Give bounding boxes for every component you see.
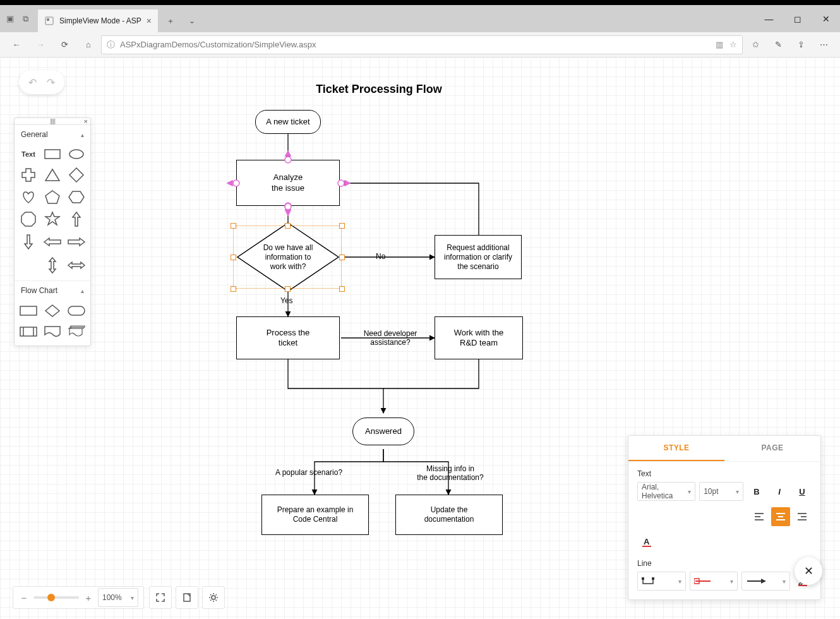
- shape-pentagon[interactable]: [44, 189, 61, 205]
- shape-cross[interactable]: [20, 167, 37, 183]
- tab-close-icon[interactable]: ×: [147, 16, 152, 26]
- svg-text:A: A: [644, 537, 650, 546]
- window-minimize-icon[interactable]: —: [755, 5, 783, 32]
- panel-close-icon[interactable]: ×: [84, 117, 88, 125]
- chevron-down-icon: ▾: [688, 488, 691, 495]
- redo-button[interactable]: ↷: [47, 76, 55, 88]
- selection-handle[interactable]: [231, 255, 236, 260]
- align-left-button[interactable]: [750, 507, 769, 526]
- shape-terminator[interactable]: [68, 305, 85, 316]
- nav-refresh-button[interactable]: ⟳: [53, 35, 76, 55]
- bold-button[interactable]: B: [747, 482, 766, 501]
- svg-rect-37: [642, 546, 651, 547]
- nav-back-button[interactable]: ←: [5, 35, 28, 55]
- fullscreen-button[interactable]: [149, 586, 172, 609]
- site-info-icon[interactable]: ⓘ: [107, 39, 115, 51]
- window-close-icon[interactable]: ✕: [812, 5, 840, 32]
- shape-heart[interactable]: [20, 189, 37, 205]
- shape-star[interactable]: [44, 211, 61, 227]
- shape-arrow-right[interactable]: [67, 237, 86, 247]
- more-button[interactable]: ⋯: [812, 35, 835, 55]
- accordion-general-label: General: [21, 130, 48, 139]
- shape-octagon[interactable]: [20, 211, 37, 227]
- node-request-info[interactable]: Request additional information or clarif…: [435, 235, 522, 279]
- shape-arrow-up[interactable]: [71, 211, 81, 227]
- zoom-slider[interactable]: [33, 596, 79, 599]
- favorites-button[interactable]: ✩: [744, 35, 767, 55]
- selection-handle[interactable]: [339, 286, 345, 292]
- sys-icon-1[interactable]: ▣: [5, 14, 15, 24]
- shape-rectangle[interactable]: [44, 148, 61, 160]
- shape-arrow-down[interactable]: [23, 234, 33, 250]
- undo-button[interactable]: ↶: [28, 76, 37, 88]
- shape-diamond[interactable]: [68, 167, 85, 183]
- node-update-doc[interactable]: Update the documentation: [395, 495, 503, 535]
- italic-button[interactable]: I: [770, 482, 789, 501]
- window-maximize-icon[interactable]: ◻: [783, 5, 812, 32]
- shapes-panel[interactable]: × General▴ Text: [14, 117, 91, 346]
- svg-rect-39: [652, 577, 654, 580]
- node-new-ticket[interactable]: A new ticket: [255, 110, 321, 134]
- node-process[interactable]: Process the ticket: [236, 316, 340, 359]
- font-color-button[interactable]: A: [637, 532, 656, 551]
- node-example[interactable]: Prepare an example in Code Central: [261, 495, 369, 535]
- arrow-type-select[interactable]: ▾: [741, 572, 790, 591]
- shape-text[interactable]: Text: [21, 150, 35, 158]
- accordion-flowchart[interactable]: Flow Chart▴: [15, 280, 90, 300]
- url-input[interactable]: ⓘ ASPxDiagramDemos/Customization/SimpleV…: [101, 35, 743, 54]
- svg-marker-17: [45, 191, 59, 203]
- new-tab-button[interactable]: +: [162, 12, 179, 30]
- share-button[interactable]: ⇪: [789, 35, 812, 55]
- nav-home-button[interactable]: ⌂: [77, 35, 100, 55]
- font-size-select[interactable]: 10pt▾: [699, 482, 743, 501]
- selection-handle[interactable]: [285, 223, 291, 229]
- line-style-select[interactable]: ▾: [690, 572, 738, 591]
- shape-arrow-hdouble[interactable]: [67, 260, 86, 270]
- font-family-select[interactable]: Arial, Helvetica▾: [637, 482, 695, 501]
- zoom-level-select[interactable]: 100%▾: [98, 588, 138, 607]
- shape-ellipse[interactable]: [68, 148, 85, 160]
- shape-predefined[interactable]: [20, 325, 37, 338]
- selection-handle[interactable]: [339, 223, 345, 229]
- zoom-in-button[interactable]: +: [83, 592, 94, 603]
- diagram-title: Ticket Processing Flow: [234, 83, 524, 96]
- shape-document[interactable]: [44, 325, 61, 339]
- selection-handle[interactable]: [231, 223, 236, 229]
- node-answered[interactable]: Answered: [352, 418, 414, 445]
- selection-handle[interactable]: [231, 286, 236, 292]
- export-button[interactable]: [176, 586, 198, 609]
- accordion-general[interactable]: General▴: [15, 124, 90, 144]
- tabs-menu-button[interactable]: ⌄: [183, 12, 201, 30]
- shape-arrow-left[interactable]: [43, 237, 62, 247]
- align-center-button[interactable]: [771, 507, 790, 526]
- selection-handle[interactable]: [285, 286, 291, 292]
- panel-grip[interactable]: ×: [15, 118, 90, 124]
- section-line-label: Line: [628, 551, 820, 572]
- shape-multidoc[interactable]: [67, 324, 86, 339]
- selection-handle[interactable]: [339, 255, 345, 260]
- shape-hexagon[interactable]: [68, 189, 85, 205]
- svg-point-14: [69, 150, 83, 159]
- page-favicon-icon: [44, 16, 54, 26]
- connector-type-select[interactable]: ▾: [637, 572, 686, 591]
- shape-decision[interactable]: [44, 304, 61, 318]
- browser-tab[interactable]: SimpleView Mode - ASP ×: [38, 9, 158, 32]
- node-analyze[interactable]: Analyze the issue: [236, 160, 340, 206]
- sys-icon-2[interactable]: ⧉: [20, 14, 30, 24]
- properties-panel[interactable]: STYLE PAGE Text Arial, Helvetica▾ 10pt▾ …: [628, 435, 821, 600]
- shape-arrow-vdouble[interactable]: [47, 256, 57, 274]
- reading-view-icon[interactable]: ▥: [716, 40, 723, 49]
- close-panel-button[interactable]: ✕: [795, 557, 822, 585]
- tab-page[interactable]: PAGE: [724, 436, 820, 461]
- notes-button[interactable]: ✎: [767, 35, 789, 55]
- align-right-button[interactable]: [793, 507, 812, 526]
- zoom-out-button[interactable]: −: [18, 592, 30, 603]
- favorites-star-icon[interactable]: ☆: [729, 40, 737, 49]
- shape-triangle[interactable]: [44, 167, 61, 183]
- shape-process[interactable]: [20, 304, 37, 317]
- tab-style[interactable]: STYLE: [628, 436, 724, 461]
- underline-button[interactable]: U: [793, 482, 812, 501]
- settings-button[interactable]: [202, 586, 225, 609]
- nav-forward-button[interactable]: →: [29, 35, 52, 55]
- node-rd-team[interactable]: Work with the R&D team: [435, 316, 523, 359]
